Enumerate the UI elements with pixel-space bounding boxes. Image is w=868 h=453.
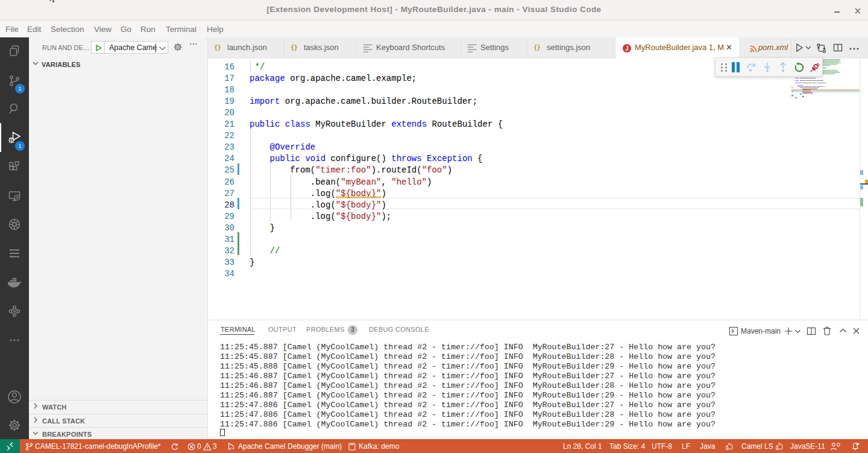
svg-text:J: J (625, 45, 629, 52)
